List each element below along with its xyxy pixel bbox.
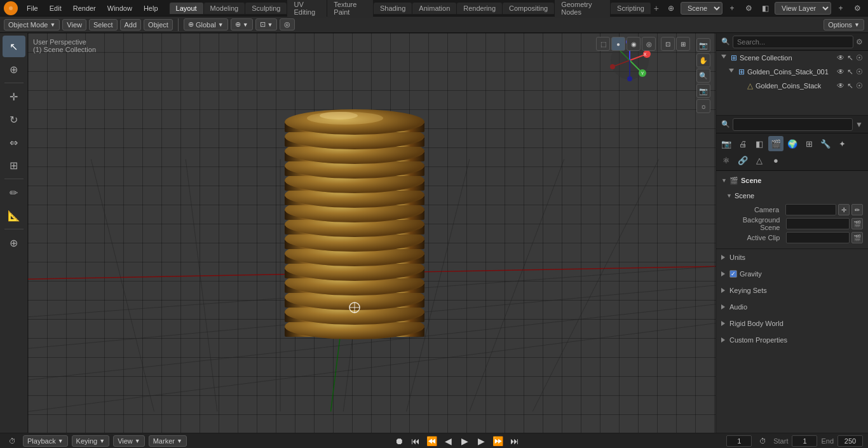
viewport-camera-btn[interactable]: 📷 xyxy=(696,38,710,52)
props-scene-header[interactable]: ▼ 🎬 Scene xyxy=(716,173,868,187)
playback-jump-start-btn[interactable]: ⏮ xyxy=(409,435,422,447)
outliner-item-sel-icon[interactable]: ↖ xyxy=(847,67,853,76)
active-clip-field[interactable] xyxy=(786,232,850,243)
proportional-edit-btn[interactable]: ◎ xyxy=(280,18,295,31)
scene-add-btn[interactable]: + xyxy=(725,1,739,15)
active-clip-eyedropper-btn[interactable]: 🎬 xyxy=(851,232,863,243)
bg-scene-eyedropper-btn[interactable]: 🎬 xyxy=(851,218,863,229)
view-layer-settings-btn[interactable]: ⚙ xyxy=(850,1,864,15)
outliner-item-vis-icon[interactable]: 👁 xyxy=(837,67,844,76)
camera-field[interactable] xyxy=(785,204,836,215)
view-layer-selector[interactable]: View Layer xyxy=(775,2,831,15)
properties-filter-icon[interactable]: ▼ xyxy=(855,120,863,129)
viewport-zoom-btn[interactable]: 🔍 xyxy=(696,69,710,83)
tab-rendering[interactable]: Rendering xyxy=(457,3,502,14)
prop-output-btn[interactable]: 🖨 xyxy=(735,136,750,151)
shading-solid-btn[interactable]: ● xyxy=(611,37,625,51)
tool-move[interactable]: ✛ xyxy=(3,86,25,107)
tab-texture-paint[interactable]: Texture Paint xyxy=(327,0,373,18)
playback-record-btn[interactable]: ⏺ xyxy=(393,435,405,447)
outliner-item-collection[interactable]: ⊞ Golden_Coins_Stack_001 👁 ↖ ☉ xyxy=(716,65,868,79)
frame-start-input[interactable] xyxy=(792,435,817,447)
scene-settings-btn[interactable]: ⚙ xyxy=(742,1,756,15)
viewport-gizmo-btn[interactable]: ⊞ xyxy=(676,37,690,51)
coin-stack-object[interactable]: Coin stack rendering xyxy=(269,78,440,359)
outliner-item-hide-icon[interactable]: ☉ xyxy=(856,67,863,76)
outliner-visibility-icon[interactable]: 👁 xyxy=(837,53,844,62)
menu-window[interactable]: Window xyxy=(102,3,137,13)
view-layer-add-btn[interactable]: + xyxy=(834,1,848,15)
prop-view-layer-btn[interactable]: ◧ xyxy=(752,136,767,151)
props-gravity-header[interactable]: ✓ Gravity xyxy=(716,267,868,281)
shading-wireframe-btn[interactable]: ⬚ xyxy=(596,37,610,51)
timeline-keying-menu[interactable]: Keying ▼ xyxy=(72,435,110,447)
bg-scene-field[interactable] xyxy=(786,218,850,229)
global-transform-selector[interactable]: ⊕ Global ▼ xyxy=(184,18,228,31)
camera-eyedropper-btn[interactable]: ✛ xyxy=(838,204,850,215)
object-menu[interactable]: Object xyxy=(144,19,173,31)
prop-render-btn[interactable]: 📷 xyxy=(719,136,734,151)
prop-modifier-btn[interactable]: 🔧 xyxy=(818,136,833,151)
props-scene-subsection[interactable]: ▼ Scene xyxy=(716,189,868,203)
outliner-scene-collection[interactable]: ⊞ Scene Collection 👁 ↖ ☉ xyxy=(716,51,868,65)
tool-scale[interactable]: ⇔ xyxy=(3,132,25,153)
tool-annotate[interactable]: ✏ xyxy=(3,182,25,203)
prop-world-btn[interactable]: 🌍 xyxy=(785,136,800,151)
menu-render[interactable]: Render xyxy=(68,3,101,13)
outliner-filter-icon[interactable]: ⚙ xyxy=(856,37,863,46)
timeline-view-menu[interactable]: View ▼ xyxy=(113,435,145,447)
tab-animation[interactable]: Animation xyxy=(412,3,456,14)
outliner-mesh-hide-icon[interactable]: ☉ xyxy=(856,81,863,90)
playback-jump-end-btn[interactable]: ⏭ xyxy=(508,435,521,447)
props-units-header[interactable]: Units xyxy=(716,250,868,264)
camera-edit-btn[interactable]: ✏ xyxy=(851,204,863,215)
menu-help[interactable]: Help xyxy=(139,3,163,13)
current-frame-input[interactable] xyxy=(726,435,752,447)
playback-play-btn[interactable]: ▶ xyxy=(459,435,471,447)
props-keying-header[interactable]: Keying Sets xyxy=(716,283,868,297)
tool-select[interactable]: ↖ xyxy=(3,36,25,57)
menu-edit[interactable]: Edit xyxy=(44,3,67,13)
playback-step-fwd-btn[interactable]: ▶ xyxy=(475,435,488,447)
outliner-item-mesh[interactable]: △ Golden_Coins_Stack 👁 ↖ ☉ xyxy=(716,79,868,93)
gravity-checkbox[interactable]: ✓ xyxy=(729,270,737,278)
viewport-render-mode-btn[interactable]: ☼ xyxy=(696,99,710,113)
prop-material-btn[interactable]: ● xyxy=(768,153,783,168)
tab-sculpting[interactable]: Sculpting xyxy=(245,3,287,14)
add-menu[interactable]: Add xyxy=(120,19,142,31)
tool-add[interactable]: ⊕ xyxy=(3,232,25,254)
prop-scene-btn[interactable]: 🎬 xyxy=(768,136,783,151)
outliner-hide-viewport-icon[interactable]: ☉ xyxy=(856,53,863,62)
pivot-point-selector[interactable]: ⊕ ▼ xyxy=(231,18,253,31)
tab-geometry-nodes[interactable]: Geometry Nodes xyxy=(555,0,610,18)
scene-icon-btn[interactable]: ⊕ xyxy=(664,1,678,15)
options-btn[interactable]: Options ▼ xyxy=(824,19,864,31)
shading-material-btn[interactable]: ◉ xyxy=(627,37,641,51)
tool-cursor[interactable]: ⊕ xyxy=(3,58,25,80)
timeline-marker-menu[interactable]: Marker ▼ xyxy=(149,435,187,447)
props-audio-header[interactable]: Audio xyxy=(716,300,868,314)
viewport-overlay-btn[interactable]: ⊡ xyxy=(661,37,675,51)
playback-next-keyframe-btn[interactable]: ⏩ xyxy=(492,435,505,447)
select-menu[interactable]: Select xyxy=(89,19,118,31)
playback-step-back-btn[interactable]: ◀ xyxy=(442,435,455,447)
prop-data-btn[interactable]: △ xyxy=(752,153,767,168)
object-mode-selector[interactable]: Object Mode ▼ xyxy=(4,19,60,31)
tool-measure[interactable]: 📐 xyxy=(3,205,25,226)
prop-particles-btn[interactable]: ✦ xyxy=(834,136,850,151)
tool-rotate[interactable]: ↻ xyxy=(3,109,25,130)
outliner-search-input[interactable] xyxy=(733,36,853,48)
properties-search-input[interactable] xyxy=(733,118,853,131)
tab-scripting[interactable]: Scripting xyxy=(611,3,651,14)
props-rigid-body-header[interactable]: Rigid Body World xyxy=(716,316,868,330)
shading-render-btn[interactable]: ◎ xyxy=(642,37,656,51)
playback-prev-keyframe-btn[interactable]: ⏪ xyxy=(426,435,438,447)
frame-end-input[interactable] xyxy=(837,435,863,447)
tab-uv-editing[interactable]: UV Editing xyxy=(287,0,327,18)
viewport-hand-btn[interactable]: ✋ xyxy=(696,53,710,67)
viewport[interactable]: Coin stack rendering xyxy=(28,33,715,433)
add-workspace-button[interactable]: + xyxy=(651,2,661,15)
tool-transform[interactable]: ⊞ xyxy=(3,154,25,176)
tab-modeling[interactable]: Modeling xyxy=(204,3,245,14)
viewport-camera2-btn[interactable]: 📷 xyxy=(696,84,710,98)
